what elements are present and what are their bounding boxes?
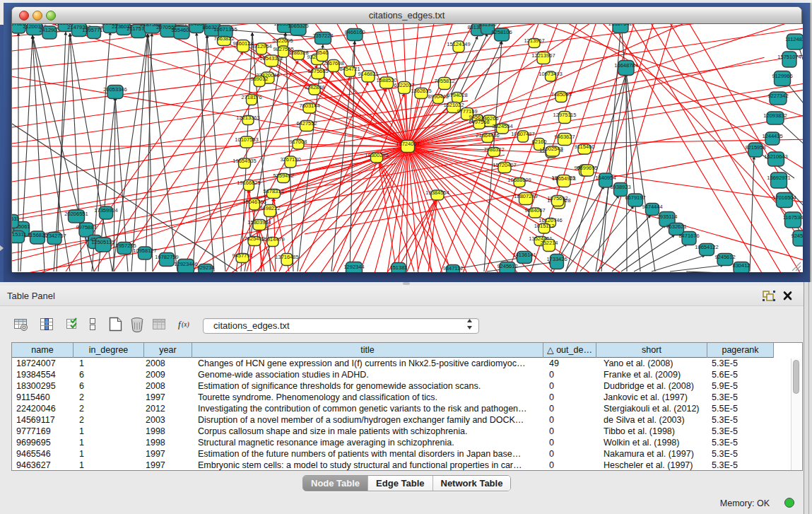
- svg-text:10958127: 10958127: [133, 247, 156, 254]
- svg-text:10671355: 10671355: [213, 26, 237, 33]
- svg-text:9242848: 9242848: [304, 84, 324, 90]
- svg-text:831310: 831310: [478, 24, 496, 28]
- svg-text:9245612: 9245612: [714, 254, 735, 260]
- svg-text:9227342: 9227342: [767, 93, 788, 99]
- svg-text:8454721: 8454721: [339, 66, 360, 72]
- svg-text:12975115: 12975115: [553, 112, 577, 118]
- svg-text:16210643: 16210643: [764, 153, 787, 160]
- svg-text:9474444: 9474444: [642, 204, 662, 210]
- svg-text:15751074: 15751074: [777, 54, 801, 60]
- svg-text:15124149: 15124149: [447, 41, 470, 47]
- svg-text:2412903: 2412903: [39, 27, 59, 33]
- svg-text:8471676: 8471676: [678, 233, 699, 239]
- svg-text:7803144: 7803144: [299, 103, 319, 109]
- svg-text:3498222: 3498222: [259, 205, 280, 211]
- svg-text:9899695: 9899695: [577, 165, 597, 171]
- svg-text:7357224: 7357224: [312, 33, 333, 39]
- svg-text:1615112: 1615112: [534, 223, 555, 229]
- svg-text:2718176: 2718176: [241, 94, 261, 100]
- svg-text:1640954: 1640954: [595, 175, 616, 181]
- svg-text:1065325: 1065325: [288, 24, 308, 29]
- svg-text:9347112: 9347112: [443, 265, 464, 271]
- svg-text:929234: 929234: [196, 264, 214, 271]
- svg-text:3267130: 3267130: [280, 156, 300, 163]
- svg-text:14136141: 14136141: [512, 252, 536, 258]
- svg-text:1002543: 1002543: [542, 146, 563, 152]
- svg-text:5875685: 5875685: [307, 68, 328, 74]
- svg-text:16782759: 16782759: [155, 254, 178, 260]
- svg-text:6794028: 6794028: [447, 92, 467, 98]
- svg-text:18724007: 18724007: [396, 141, 419, 147]
- svg-text:151381: 151381: [389, 264, 407, 271]
- svg-text:12213967: 12213967: [531, 52, 555, 59]
- svg-text:10543382: 10543382: [259, 55, 283, 62]
- svg-text:917008: 917008: [289, 139, 307, 145]
- svg-text:1112483: 1112483: [785, 36, 803, 42]
- svg-text:8186328: 8186328: [288, 49, 308, 56]
- svg-text:17359924: 17359924: [94, 207, 117, 214]
- svg-text:15720407: 15720407: [493, 162, 516, 168]
- svg-text:1621022: 1621022: [443, 102, 464, 108]
- svg-text:16914479: 16914479: [261, 236, 284, 243]
- svg-text:12093832: 12093832: [763, 112, 787, 119]
- svg-text:18300295: 18300295: [365, 152, 388, 158]
- svg-text:8912954: 8912954: [251, 43, 271, 49]
- svg-text:15803934: 15803934: [247, 219, 271, 226]
- svg-text:5322605: 5322605: [272, 37, 293, 44]
- svg-text:10107553: 10107553: [235, 136, 258, 143]
- svg-text:5554609: 5554609: [171, 27, 192, 33]
- svg-text:19166825: 19166825: [237, 180, 260, 186]
- svg-text:9084067: 9084067: [524, 207, 545, 214]
- svg-text:20206551: 20206551: [64, 211, 88, 217]
- svg-text:2935114: 2935114: [657, 214, 678, 220]
- svg-text:5878312: 5878312: [263, 188, 283, 194]
- svg-text:18807249: 18807249: [514, 193, 537, 199]
- svg-text:12213363: 12213363: [236, 115, 259, 121]
- svg-text:9975887: 9975887: [76, 224, 96, 230]
- svg-text:62160: 62160: [532, 139, 547, 145]
- svg-text:7632621: 7632621: [666, 223, 686, 230]
- svg-text:9129966: 9129966: [772, 73, 792, 79]
- svg-text:10973493: 10973493: [539, 71, 562, 77]
- svg-text:13716485: 13716485: [275, 254, 298, 260]
- svg-text:924501: 924501: [791, 233, 803, 239]
- svg-text:7485063: 7485063: [551, 91, 571, 98]
- svg-text:21364436: 21364436: [476, 132, 499, 139]
- svg-text:15046766: 15046766: [242, 199, 266, 205]
- svg-text:8990448: 8990448: [428, 93, 448, 100]
- svg-text:19654923: 19654923: [552, 175, 575, 182]
- svg-text:20053346: 20053346: [103, 86, 126, 93]
- svg-text:989012: 989012: [250, 76, 268, 82]
- svg-text:12923446: 12923446: [174, 261, 197, 267]
- svg-text:1167534: 1167534: [783, 214, 803, 221]
- svg-text:8546: 8546: [317, 49, 329, 56]
- svg-text:8215958: 8215958: [745, 144, 765, 151]
- svg-text:7663822: 7663822: [213, 35, 234, 42]
- svg-text:12342757: 12342757: [42, 233, 66, 239]
- svg-text:19384554: 19384554: [425, 189, 449, 196]
- svg-text:10654122: 10654122: [695, 244, 718, 250]
- svg-text:6497568: 6497568: [469, 119, 489, 125]
- svg-text:1213967: 1213967: [524, 37, 544, 44]
- svg-text:19654935: 19654935: [233, 158, 256, 164]
- svg-text:6679197: 6679197: [625, 194, 645, 201]
- svg-text:6427552: 6427552: [296, 120, 317, 127]
- svg-text:8466160: 8466160: [344, 29, 365, 35]
- svg-text:3915311: 3915311: [12, 231, 26, 238]
- svg-text:1075692: 1075692: [547, 195, 567, 201]
- svg-text:391531: 391531: [12, 216, 20, 222]
- svg-text:13957713: 13957713: [82, 27, 105, 33]
- svg-text:252214: 252214: [540, 240, 558, 246]
- svg-text:10807487: 10807487: [511, 131, 534, 137]
- svg-text:8938923: 8938923: [610, 184, 630, 190]
- svg-text:1244415: 1244415: [762, 133, 782, 139]
- svg-text:1733426: 1733426: [546, 256, 567, 262]
- svg-text:12505135: 12505135: [91, 239, 114, 245]
- svg-text:9457791: 9457791: [232, 252, 252, 259]
- svg-text:17016504: 17016504: [772, 194, 796, 201]
- svg-text:10688609: 10688609: [507, 177, 531, 183]
- svg-text:1292344: 1292344: [343, 264, 364, 270]
- svg-text:830412: 830412: [732, 262, 750, 269]
- svg-text:5359412: 5359412: [273, 173, 293, 179]
- svg-text:16648784: 16648784: [614, 62, 637, 69]
